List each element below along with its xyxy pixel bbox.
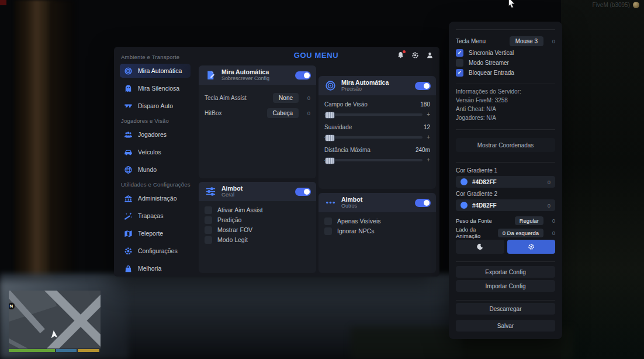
background-doorway bbox=[14, 0, 55, 288]
export-config-button[interactable]: Exportar Config bbox=[456, 266, 555, 278]
sidebar-item-label: Trapaças bbox=[138, 212, 163, 219]
sidebar-item-melhoria[interactable]: Melhoria bbox=[120, 261, 191, 275]
setting-row-hitbox: HitBox Cabeça 0 bbox=[205, 107, 310, 119]
moon-icon bbox=[476, 243, 483, 250]
tecla-aim-assist-value-button[interactable]: None bbox=[273, 93, 299, 103]
keybind-row: Tecla Menu Mouse 3 0 bbox=[456, 36, 555, 46]
checkbox-mostrar-fov[interactable]: Mostrar FOV bbox=[205, 226, 310, 234]
mouse-cursor bbox=[508, 0, 515, 11]
checkbox-predicao[interactable]: Predição bbox=[205, 216, 310, 224]
checkbox-label: Modo Streamer bbox=[469, 60, 509, 66]
gradient-1-picker[interactable]: #4D82FF 0 bbox=[456, 176, 555, 188]
server-info-anticheat: Anti Cheat: N/A bbox=[456, 106, 555, 112]
dots-icon bbox=[324, 196, 337, 209]
card-body: Campo de Visão 180 - + Suavidade 12 bbox=[318, 95, 436, 168]
player-marker-icon bbox=[50, 330, 57, 338]
sidebar-item-jogadores[interactable]: Jogadores bbox=[120, 127, 191, 141]
import-config-button[interactable]: Importar Config bbox=[456, 280, 555, 292]
checkbox-box bbox=[324, 227, 332, 235]
override-toggle[interactable] bbox=[295, 71, 311, 80]
slider-label: Suavidade bbox=[324, 124, 352, 130]
document-edit-icon bbox=[204, 69, 217, 82]
gear-icon bbox=[528, 243, 535, 250]
sidebar-item-configuracoes[interactable]: Configurações bbox=[120, 244, 191, 258]
checkbox-bloquear-entrada[interactable]: Bloquear Entrada bbox=[456, 68, 555, 77]
bank-icon bbox=[123, 194, 133, 203]
slider-increase-button[interactable]: + bbox=[427, 134, 430, 140]
sidebar-item-label: Mira Automática bbox=[138, 67, 182, 74]
checkbox-label: Sincronia Vertical bbox=[469, 50, 514, 56]
checkbox-ativar-aim-assist[interactable]: Ativar Aim Assist bbox=[205, 206, 310, 214]
sidebar-item-mira-silenciosa[interactable]: Mira Silenciosa bbox=[120, 81, 191, 95]
slider-value: 12 bbox=[424, 124, 430, 130]
font-weight-value-button[interactable]: Regular bbox=[515, 216, 543, 225]
keybind-value-button[interactable]: Mouse 3 bbox=[510, 36, 543, 46]
color-swatch[interactable] bbox=[461, 202, 468, 209]
divider bbox=[456, 162, 555, 163]
slider-track[interactable] bbox=[330, 113, 423, 116]
minimap-road bbox=[9, 334, 37, 348]
slider-increase-button[interactable]: + bbox=[427, 157, 430, 163]
server-info-version: Versão FiveM: 3258 bbox=[456, 97, 555, 103]
gradient-2-picker[interactable]: #4D82FF 0 bbox=[456, 199, 555, 211]
dark-theme-button[interactable] bbox=[456, 240, 504, 254]
slider-suavidade: Suavidade 12 - + bbox=[324, 124, 430, 140]
card-title: Mira Automática bbox=[221, 68, 290, 75]
checkbox-apenas-visiveis[interactable]: Apenas Visíveis bbox=[324, 217, 430, 225]
aimbot-outros-toggle[interactable] bbox=[415, 199, 431, 207]
menu-header: GOU MENU bbox=[193, 47, 439, 63]
checkbox-modo-legit[interactable]: Modo Legit bbox=[205, 236, 310, 244]
slider-distancia-maxima: Distância Máxima 240m - + bbox=[324, 147, 430, 163]
card-titles: Mira Automática Sobrescrever Config bbox=[221, 68, 290, 81]
settings-gear-icon[interactable] bbox=[411, 51, 419, 59]
card-body: Apenas Visíveis Ignorar NPCs bbox=[318, 212, 436, 240]
sidebar-item-administracao[interactable]: Administração bbox=[120, 191, 191, 205]
card-titles: Aimbot Geral bbox=[221, 185, 290, 198]
sidebar-item-teleporte[interactable]: Teleporte bbox=[120, 226, 191, 240]
checkbox-modo-streamer[interactable]: Modo Streamer bbox=[456, 58, 555, 67]
settings-panel: Tecla Menu Mouse 3 0 Sincronia Vertical … bbox=[449, 22, 562, 339]
card-subtitle: Geral bbox=[221, 192, 290, 198]
aimbot-geral-toggle[interactable] bbox=[295, 188, 311, 196]
checkbox-sincronia-vertical[interactable]: Sincronia Vertical bbox=[456, 49, 555, 57]
gradient-hex-value: #4D82FF bbox=[472, 179, 542, 185]
sidebar-item-trapacas[interactable]: Trapaças bbox=[120, 209, 191, 223]
notifications-bell-icon[interactable] bbox=[397, 51, 404, 59]
color-swatch[interactable] bbox=[461, 178, 468, 185]
divider bbox=[456, 29, 555, 30]
sidebar-item-mundo[interactable]: Mundo bbox=[120, 163, 191, 177]
animation-side-value-button[interactable]: 0 Da esquerda bbox=[498, 229, 543, 237]
slider-controls: - + bbox=[324, 157, 430, 163]
hitbox-value-button[interactable]: Cabeça bbox=[267, 108, 299, 118]
sidebar-item-disparo-auto[interactable]: Disparo Auto bbox=[120, 99, 191, 113]
checkbox-ignorar-npcs[interactable]: Ignorar NPCs bbox=[324, 227, 430, 235]
sidebar-item-mira-automatica[interactable]: Mira Automática bbox=[120, 64, 191, 78]
sidebar-item-veiculos[interactable]: Veículos bbox=[120, 145, 191, 159]
unload-button[interactable]: Descarregar bbox=[456, 303, 555, 315]
animation-side-row: Lado da Animação 0 Da esquerda 0 bbox=[456, 228, 555, 237]
precision-toggle[interactable] bbox=[415, 82, 431, 90]
slot-count: 0 bbox=[302, 110, 310, 116]
save-button[interactable]: Salvar bbox=[456, 320, 555, 332]
slider-track[interactable] bbox=[330, 159, 423, 161]
slot-count: 0 bbox=[547, 38, 555, 44]
slider-increase-button[interactable]: + bbox=[427, 112, 430, 118]
magic-wand-icon bbox=[123, 211, 133, 220]
checkbox-box bbox=[456, 69, 463, 77]
setting-row-tecla-aim-assist: Tecla Aim Assist None 0 bbox=[205, 92, 310, 103]
gradient-2-label: Cor Gradiente 2 bbox=[456, 191, 555, 197]
sidebar-item-label: Melhoria bbox=[138, 265, 161, 272]
show-coordinates-button[interactable]: Mostrar Coordenadas bbox=[456, 138, 555, 152]
sidebar-item-label: Teleporte bbox=[138, 230, 163, 237]
sidebar-section-label: Ambiente e Transporte bbox=[121, 54, 191, 60]
sidebar: Ambiente e Transporte Mira Automática Mi… bbox=[114, 47, 193, 277]
font-weight-label: Peso da Fonte bbox=[456, 218, 515, 224]
map-icon bbox=[123, 229, 133, 238]
profile-user-icon[interactable] bbox=[426, 51, 434, 59]
slider-track[interactable] bbox=[330, 136, 423, 139]
slider-value: 240m bbox=[416, 147, 430, 153]
settings-theme-button[interactable] bbox=[507, 240, 556, 254]
fivem-watermark: FiveM (b3095) bbox=[593, 2, 639, 8]
divider bbox=[456, 84, 555, 84]
minimap: N bbox=[9, 291, 101, 348]
